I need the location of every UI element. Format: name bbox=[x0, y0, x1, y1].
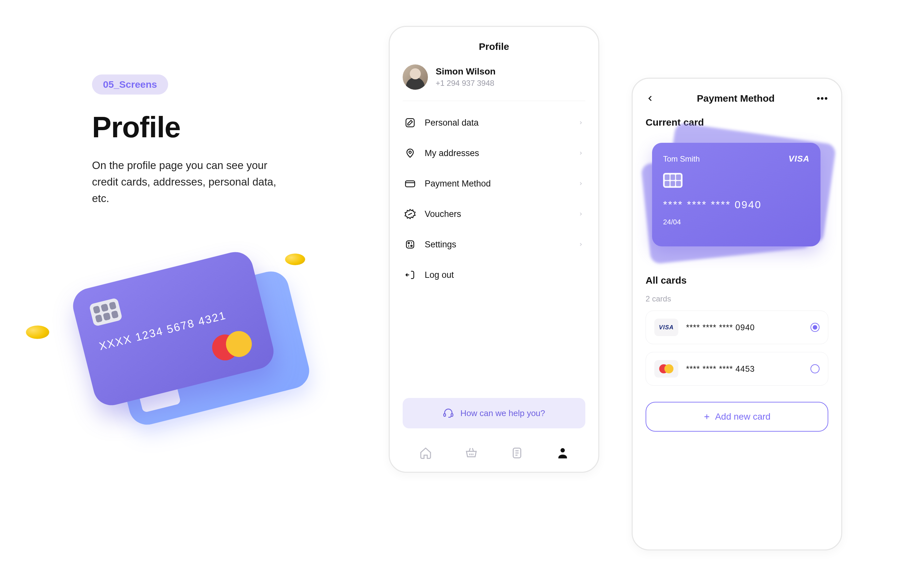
svg-rect-6 bbox=[444, 414, 446, 416]
section-badge: 05_Screens bbox=[92, 75, 168, 94]
all-cards-label: All cards bbox=[646, 275, 828, 286]
menu-label: My addresses bbox=[425, 148, 569, 158]
help-text: How can we help you? bbox=[460, 408, 545, 418]
add-card-label: Add new card bbox=[715, 412, 770, 422]
card-row[interactable]: **** **** **** 4453 bbox=[646, 352, 828, 386]
menu-item-vouchers[interactable]: Vouchers bbox=[403, 199, 585, 229]
card-row[interactable]: VISA **** **** **** 0940 bbox=[646, 310, 828, 344]
radio-unselected[interactable] bbox=[811, 364, 819, 373]
svg-point-1 bbox=[409, 151, 411, 153]
intro-section: 05_Screens Profile On the profile page y… bbox=[92, 75, 286, 206]
page-title: Profile bbox=[92, 111, 286, 144]
card-row-number: **** **** **** 4453 bbox=[686, 364, 803, 374]
menu-item-addresses[interactable]: My addresses bbox=[403, 138, 585, 168]
mastercard-icon bbox=[209, 328, 255, 363]
card-row-number: **** **** **** 0940 bbox=[686, 323, 803, 332]
chevron-right-icon bbox=[578, 181, 583, 186]
screen-title: Payment Method bbox=[697, 93, 774, 104]
visa-icon: VISA bbox=[654, 319, 678, 336]
add-card-button[interactable]: Add new card bbox=[646, 402, 828, 431]
current-card-label: Current card bbox=[646, 117, 828, 128]
settings-icon bbox=[405, 239, 416, 250]
radio-selected[interactable] bbox=[811, 323, 819, 332]
user-phone: +1 294 937 3948 bbox=[436, 79, 495, 88]
menu-item-personal-data[interactable]: Personal data bbox=[403, 107, 585, 138]
current-card[interactable]: Tom Smith VISA **** **** **** 0940 24/04 bbox=[652, 143, 820, 246]
menu-label: Log out bbox=[425, 270, 583, 280]
edit-icon bbox=[405, 117, 416, 128]
user-header[interactable]: Simon Wilson +1 294 937 3948 bbox=[403, 64, 585, 101]
coin-icon bbox=[23, 324, 52, 340]
headset-icon bbox=[443, 407, 454, 419]
chevron-right-icon bbox=[578, 242, 583, 247]
card-icon bbox=[405, 178, 416, 189]
profile-menu: Personal data My addresses Payment Metho… bbox=[403, 107, 585, 393]
svg-rect-3 bbox=[407, 241, 414, 248]
avatar bbox=[403, 64, 428, 90]
menu-label: Settings bbox=[425, 240, 569, 250]
svg-rect-0 bbox=[406, 118, 414, 127]
menu-item-settings[interactable]: Settings bbox=[403, 229, 585, 260]
back-button[interactable] bbox=[646, 94, 655, 103]
screen-title: Profile bbox=[403, 41, 585, 52]
current-card-stack: Tom Smith VISA **** **** **** 0940 24/04 bbox=[646, 136, 828, 259]
tab-basket[interactable] bbox=[465, 446, 478, 459]
voucher-icon bbox=[405, 209, 416, 219]
all-cards-count: 2 cards bbox=[646, 294, 828, 304]
screen-header: Payment Method ••• bbox=[646, 93, 828, 104]
menu-label: Personal data bbox=[425, 118, 569, 128]
help-button[interactable]: How can we help you? bbox=[403, 398, 585, 428]
user-name: Simon Wilson bbox=[436, 66, 495, 77]
menu-label: Payment Method bbox=[425, 179, 569, 189]
chip-icon bbox=[89, 297, 122, 327]
cardholder-name: Tom Smith bbox=[663, 155, 700, 163]
logout-icon bbox=[405, 269, 416, 280]
svg-rect-7 bbox=[451, 414, 453, 416]
chevron-right-icon bbox=[578, 211, 583, 217]
card-expiry: 24/04 bbox=[663, 218, 809, 226]
svg-rect-2 bbox=[405, 181, 415, 187]
more-button[interactable]: ••• bbox=[817, 93, 828, 104]
credit-card-illustration: XXXX 1234 5678 4321 bbox=[42, 249, 301, 444]
svg-point-5 bbox=[411, 245, 412, 246]
plus-icon bbox=[703, 413, 710, 420]
tab-profile[interactable] bbox=[556, 446, 569, 459]
card-number: **** **** **** 0940 bbox=[663, 199, 809, 211]
tab-orders[interactable] bbox=[511, 446, 524, 459]
coin-icon bbox=[283, 252, 308, 267]
chevron-right-icon bbox=[578, 150, 583, 156]
payment-method-screen: Payment Method ••• Current card Tom Smit… bbox=[632, 78, 842, 550]
chip-icon bbox=[663, 173, 683, 188]
menu-item-payment[interactable]: Payment Method bbox=[403, 168, 585, 199]
page-description: On the profile page you can see your cre… bbox=[92, 157, 286, 206]
chevron-right-icon bbox=[578, 120, 583, 125]
visa-icon: VISA bbox=[788, 154, 809, 164]
menu-label: Vouchers bbox=[425, 209, 569, 219]
svg-point-9 bbox=[560, 448, 565, 452]
tab-bar bbox=[403, 437, 585, 463]
pin-icon bbox=[405, 148, 416, 159]
menu-item-logout[interactable]: Log out bbox=[403, 260, 585, 290]
mastercard-icon bbox=[654, 360, 678, 377]
tab-home[interactable] bbox=[419, 446, 432, 459]
profile-screen: Profile Simon Wilson +1 294 937 3948 Per… bbox=[389, 26, 599, 473]
svg-point-4 bbox=[408, 243, 409, 244]
